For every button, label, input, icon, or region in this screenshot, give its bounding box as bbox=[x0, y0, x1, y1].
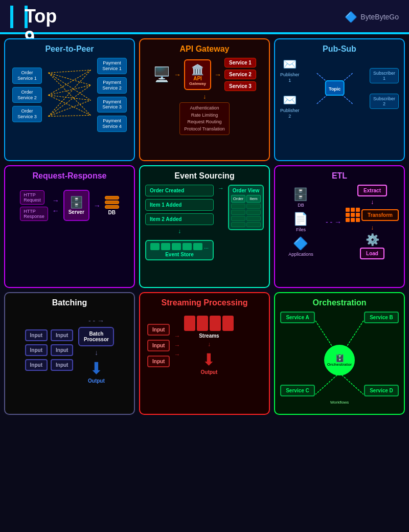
es-item-cell-4 bbox=[246, 222, 261, 227]
p2p-payments: PaymentService 1 PaymentService 2 Paymen… bbox=[97, 58, 127, 131]
stream-output: ⬇ Output bbox=[201, 350, 218, 375]
batch-dashed-arrow: - - → bbox=[88, 317, 104, 325]
g3 bbox=[356, 208, 360, 212]
main-grid: Peer-to-Peer OrderService 1 OrderService… bbox=[0, 34, 409, 419]
stream-input-1: Input bbox=[147, 324, 170, 336]
etl-sources: 🗄️ DB 📄 Files 🔷 Applications bbox=[280, 185, 322, 259]
service-a: Service A bbox=[280, 312, 315, 323]
server-box: 🗄️ Server bbox=[63, 190, 89, 221]
etl-apps-label: Applications bbox=[288, 252, 313, 257]
db-stack bbox=[105, 196, 119, 209]
envelope-icon-1: ✉️ bbox=[283, 58, 297, 71]
es-title: Event Sourcing bbox=[145, 171, 264, 181]
workflows-label: Workflows bbox=[330, 400, 349, 405]
gateway-label: Gateway bbox=[189, 81, 206, 86]
api-arrow-down: ↓ bbox=[203, 93, 206, 100]
pubsub-center: Topic bbox=[300, 65, 370, 112]
es-store-label: Event Store bbox=[149, 252, 210, 257]
stream-inputs-col: Input Input Input bbox=[147, 324, 170, 367]
batch-input-5: Input bbox=[25, 359, 48, 371]
db-disk-1 bbox=[105, 196, 119, 199]
batch-output-icon: ⬇ bbox=[89, 359, 103, 378]
es-item-cell-1 bbox=[246, 204, 261, 209]
es-event-2: Item 1 Added bbox=[145, 199, 214, 211]
stream-content: Input Input Input → → → Streams ↓ ⬇ bbox=[145, 312, 264, 379]
g7 bbox=[346, 218, 350, 222]
card-batching: Batching Input Input Input Input Input I… bbox=[4, 292, 135, 415]
es-order-view-box: Order View Order Item bbox=[228, 185, 264, 230]
es-order-view-title: Order View bbox=[231, 188, 261, 193]
etl-transform-row: Transform bbox=[346, 208, 399, 222]
api-label: API bbox=[189, 76, 206, 81]
es-order-cell-2 bbox=[231, 210, 245, 215]
stream-block-4 bbox=[222, 316, 234, 331]
workflows-text: Workflows bbox=[330, 400, 349, 405]
stream-block-1 bbox=[184, 316, 195, 331]
stream-block-3 bbox=[210, 316, 221, 331]
card-peer-to-peer: Peer-to-Peer OrderService 1 OrderService… bbox=[4, 38, 135, 161]
stream-right: Streams ↓ ⬇ Output bbox=[184, 316, 234, 375]
stream-title: Streaming Processing bbox=[145, 298, 264, 307]
pubsub-content: ✉️ Publisher1 ✉️ Publisher2 bbox=[280, 58, 399, 119]
batch-title: Batching bbox=[10, 298, 129, 307]
rr-arrow-left: ← bbox=[52, 207, 59, 215]
publisher-1-label: Publisher1 bbox=[280, 72, 300, 83]
p2p-content: OrderService 1 OrderService 2 OrderServi… bbox=[10, 58, 129, 131]
http-request-box: HTTPRequest bbox=[20, 190, 44, 205]
svg-line-21 bbox=[339, 373, 363, 394]
db-disk-3 bbox=[105, 205, 119, 209]
es-item-cell-2 bbox=[246, 210, 261, 215]
stream-input-3: Input bbox=[147, 356, 170, 367]
payment-service-3: PaymentService 3 bbox=[97, 97, 127, 113]
batch-flow: - - → BatchProcessor ↓ ⬇ Output bbox=[78, 317, 114, 384]
etl-load-box: Load bbox=[360, 248, 384, 259]
publisher-1: ✉️ Publisher1 bbox=[280, 58, 300, 83]
es-block-2 bbox=[161, 243, 170, 250]
orch-title: Orchestration bbox=[280, 298, 399, 307]
order-service-1: OrderService 1 bbox=[12, 68, 42, 84]
api-gateway-box: 🏛️ API Gateway bbox=[184, 59, 211, 90]
es-order-cell-3 bbox=[231, 216, 245, 221]
title-bar bbox=[10, 6, 13, 28]
api-arrow-2: → bbox=[214, 71, 221, 79]
svg-line-0 bbox=[49, 70, 91, 73]
svg-text:Topic: Topic bbox=[329, 86, 340, 92]
apps-icon: 🔷 bbox=[293, 236, 308, 251]
es-col-order: Order bbox=[231, 195, 245, 203]
es-store: ... Event Store bbox=[145, 240, 214, 260]
card-etl: ETL 🗄️ DB 📄 Files 🔷 Applications - - → bbox=[274, 165, 405, 288]
etl-arrow-e-t: ↓ bbox=[371, 198, 374, 206]
es-order-cell-1 bbox=[231, 204, 245, 209]
orchestrator-label: Orchestrator bbox=[327, 362, 352, 367]
batch-inputs-col: Input Input Input Input Input Input bbox=[25, 329, 74, 371]
api-content: 🖥️ → 🏛️ API Gateway → Service 1 Service … bbox=[145, 58, 264, 135]
api-arrow-1: → bbox=[174, 71, 181, 79]
etl-arrow: - - → bbox=[326, 185, 342, 259]
es-order-cell-4 bbox=[231, 222, 245, 227]
orch-db-icon: 🗄️ bbox=[335, 354, 344, 362]
g1 bbox=[346, 208, 350, 212]
rr-arrow-db: → bbox=[94, 202, 101, 210]
es-table-header: Order Item bbox=[231, 195, 261, 203]
batch-content: Input Input Input Input Input Input - - … bbox=[10, 312, 129, 389]
batch-output: ⬇ Output bbox=[88, 359, 105, 384]
etl-db-label: DB bbox=[298, 203, 304, 208]
svg-line-7 bbox=[49, 95, 91, 115]
es-item-col bbox=[246, 204, 261, 227]
subscriber-2: Subscriber2 bbox=[370, 94, 399, 109]
etl-steps: Extract ↓ Transform bbox=[346, 185, 399, 259]
api-desc: AuthenticationRate LimitingRequest Routi… bbox=[179, 102, 230, 135]
title-text: Top 9 System Integrations bbox=[25, 6, 28, 28]
es-events: Order Created Item 1 Added Item 2 Added … bbox=[145, 185, 214, 260]
etl-load-row: ⚙️ Load bbox=[360, 233, 384, 259]
g8 bbox=[351, 218, 355, 222]
etl-gear-icon: ⚙️ bbox=[366, 233, 379, 247]
card-streaming: Streaming Processing Input Input Input →… bbox=[139, 292, 270, 415]
files-icon: 📄 bbox=[293, 212, 308, 226]
rr-content: HTTPRequest HTTPResponse → ← 🗄️ Server →… bbox=[10, 185, 129, 226]
etl-arrow-t-l: ↓ bbox=[371, 224, 374, 231]
publisher-2: ✉️ Publisher2 bbox=[280, 94, 300, 119]
svg-line-20 bbox=[315, 373, 339, 394]
rr-arrows: → ← bbox=[52, 196, 59, 215]
orch-content: Service A Service B Service C Service D … bbox=[280, 312, 399, 409]
